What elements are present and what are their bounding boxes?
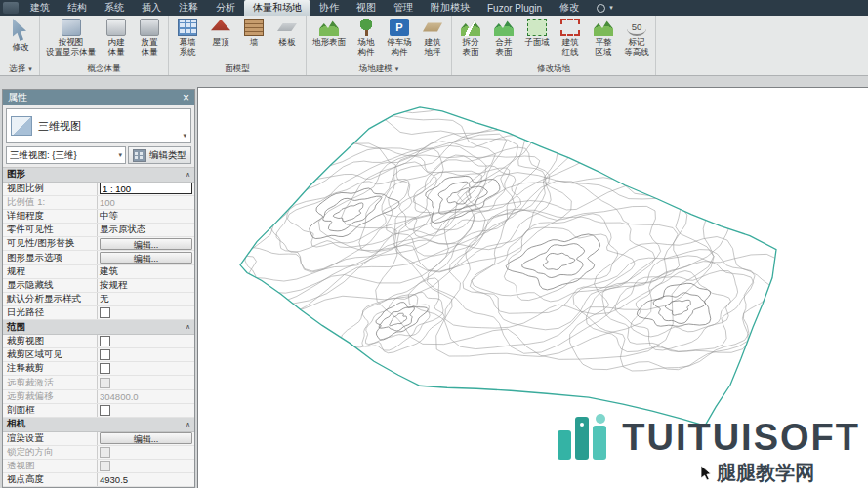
floor-button[interactable]: 楼板 [271, 17, 303, 47]
vg-overrides-button[interactable]: 编辑... [100, 238, 192, 251]
building-pad-button[interactable]: 建筑地坪 [417, 17, 448, 57]
section-extents[interactable]: 范围∧ [3, 320, 194, 335]
ribbon-panel-selection: 修改选择▾ [2, 16, 40, 75]
default-analysis-style-text[interactable]: 无 [100, 293, 109, 305]
subregion-button[interactable]: 子面域 [521, 17, 553, 47]
roof-label: 屋顶 [213, 37, 229, 47]
chevron-down-icon[interactable]: ▾ [609, 4, 613, 12]
drawing-area[interactable]: TUITUISOFT 腿腿教学网 [197, 87, 868, 488]
place-mass-button[interactable]: 放置体量 [134, 17, 165, 57]
properties-header[interactable]: 属性 × [3, 90, 194, 105]
tab-architecture[interactable]: 建筑 [21, 0, 59, 16]
tab-analyze[interactable]: 分析 [207, 0, 244, 16]
floor-label: 楼板 [279, 37, 296, 47]
tab-structure[interactable]: 结构 [59, 0, 96, 16]
tab-massing-site[interactable]: 体量和场地 [244, 0, 310, 16]
tab-manage[interactable]: 管理 [385, 0, 422, 16]
property-line-button[interactable]: 建筑红线 [555, 17, 586, 57]
panel-label-site-modeling[interactable]: 场地建模▾ [310, 63, 448, 75]
rendering-settings-button[interactable]: 编辑... [100, 432, 192, 445]
prop-row-annotation-crop: 注释裁剪 [3, 362, 194, 376]
tab-addins[interactable]: 附加模块 [422, 0, 478, 16]
prop-row-section-box: 剖面框 [3, 404, 194, 418]
view-scale-input[interactable]: 1 : 100 [100, 183, 192, 194]
collapse-icon: ∧ [186, 421, 190, 428]
merge-surfaces-icon [494, 19, 514, 36]
detail-level-text[interactable]: 中等 [100, 210, 118, 223]
tab-fuzor-plugin[interactable]: Fuzor Plugin [478, 0, 551, 16]
prop-row-parts-visibility: 零件可见性显示原状态 [3, 224, 194, 237]
tab-annotate[interactable]: 注释 [170, 0, 207, 16]
wall-button[interactable]: 墙 [238, 17, 269, 47]
chevron-down-icon: ▾ [28, 65, 32, 73]
tab-collaborate[interactable]: 协作 [310, 0, 348, 16]
prop-row-crop-region-visible: 裁剪区域可见 [3, 348, 194, 362]
panel-label-selection[interactable]: 选择▾ [5, 63, 36, 75]
close-icon[interactable]: × [183, 92, 189, 103]
label-contours-button[interactable]: 50标记等高线 [621, 17, 652, 57]
chevron-down-icon: ▾ [118, 151, 122, 159]
prop-value-vg-overrides: 编辑... [97, 237, 194, 250]
roof-button[interactable]: 屋顶 [205, 17, 236, 47]
prop-label-rendering-settings: 渲染设置 [3, 432, 97, 445]
in-place-mass-button[interactable]: 内建体量 [101, 17, 132, 57]
prop-label-vg-overrides: 可见性/图形替换 [3, 237, 97, 250]
graphic-display-options-button[interactable]: 编辑... [100, 252, 192, 264]
crop-region-visible-checkbox[interactable] [100, 349, 110, 360]
split-surface-label: 拆分表面 [463, 37, 479, 57]
subregion-icon [527, 19, 547, 36]
tab-insert[interactable]: 插入 [133, 0, 170, 16]
section-graphics[interactable]: 图形∧ [3, 168, 194, 183]
prop-label-parts-visibility: 零件可见性 [3, 224, 97, 236]
parts-visibility-text[interactable]: 显示原状态 [100, 224, 146, 236]
prop-row-view-scale: 视图比例1 : 100 [3, 183, 194, 196]
building-pad-label: 建筑地坪 [425, 37, 441, 57]
wall-icon [244, 19, 264, 36]
in-place-mass-icon [106, 19, 126, 36]
curtain-system-button[interactable]: 幕墙系统 [172, 17, 203, 57]
prop-value-perspective [97, 460, 194, 472]
view-filter-combo[interactable]: 三维视图: {三维} ▾ [6, 146, 126, 164]
watermark: TUITUISOFT 腿腿教学网 [554, 409, 860, 486]
ribbon-tabs: 建筑结构系统插入注释分析体量和场地协作视图管理附加模块Fuzor Plugin修… [21, 0, 588, 16]
app-menu-icon[interactable] [3, 2, 19, 14]
merge-surfaces-button[interactable]: 合并表面 [488, 17, 519, 57]
prop-value-default-analysis-style: 无 [97, 293, 194, 305]
prop-label-section-box: 剖面框 [3, 404, 97, 417]
sun-path-checkbox[interactable] [100, 307, 110, 318]
toposurface-button[interactable]: 地形表面 [310, 17, 349, 47]
section-box-checkbox[interactable] [100, 405, 110, 416]
instance-row: 三维视图: {三维} ▾ 编辑类型 [6, 146, 191, 164]
site-component-button[interactable]: 场地构件 [351, 17, 382, 57]
section-camera[interactable]: 相机∧ [3, 418, 194, 432]
crop-view-checkbox[interactable] [100, 336, 110, 346]
prop-row-sun-path: 日光路径 [3, 306, 194, 320]
annotation-crop-checkbox[interactable] [100, 363, 110, 374]
toposurface-icon [319, 19, 339, 36]
eye-elevation-text[interactable]: 4930.5 [100, 474, 128, 485]
tab-modify[interactable]: 修改 [551, 0, 588, 16]
ribbon-panel-modify-site: 拆分表面合并表面子面域建筑红线平整区域50标记等高线修改场地 [452, 16, 656, 75]
prop-row-show-hidden-lines: 显示隐藏线按规程 [3, 279, 194, 293]
show-mass-by-view-button[interactable]: 按视图设置显示体量 [43, 17, 99, 57]
show-hidden-lines-text[interactable]: 按规程 [100, 279, 128, 292]
panel-label-modify-site: 修改场地 [455, 63, 652, 75]
split-surface-button[interactable]: 拆分表面 [455, 17, 486, 57]
edit-type-button[interactable]: 编辑类型 [128, 146, 191, 164]
tab-view[interactable]: 视图 [348, 0, 385, 16]
cycle-ribbon-icon[interactable] [597, 4, 605, 13]
prop-value-sun-path [97, 306, 194, 319]
ribbon-toggle[interactable]: ▾ [588, 0, 622, 16]
modify-button[interactable]: 修改 [5, 17, 36, 52]
parking-component-button[interactable]: P停车场构件 [384, 17, 415, 57]
discipline-text[interactable]: 建筑 [100, 265, 118, 278]
curtain-system-icon [178, 19, 197, 36]
graded-region-button[interactable]: 平整区域 [588, 17, 619, 57]
prop-value-discipline: 建筑 [97, 265, 194, 278]
prop-value-far-clip-active [97, 376, 194, 388]
show-mass-by-view-icon [62, 19, 81, 36]
type-selector[interactable]: 三维视图 ▾ [6, 108, 191, 143]
panel-label-conceptual-mass: 概念体量 [43, 63, 165, 75]
graded-region-label: 平整区域 [596, 37, 612, 57]
tab-systems[interactable]: 系统 [96, 0, 133, 16]
